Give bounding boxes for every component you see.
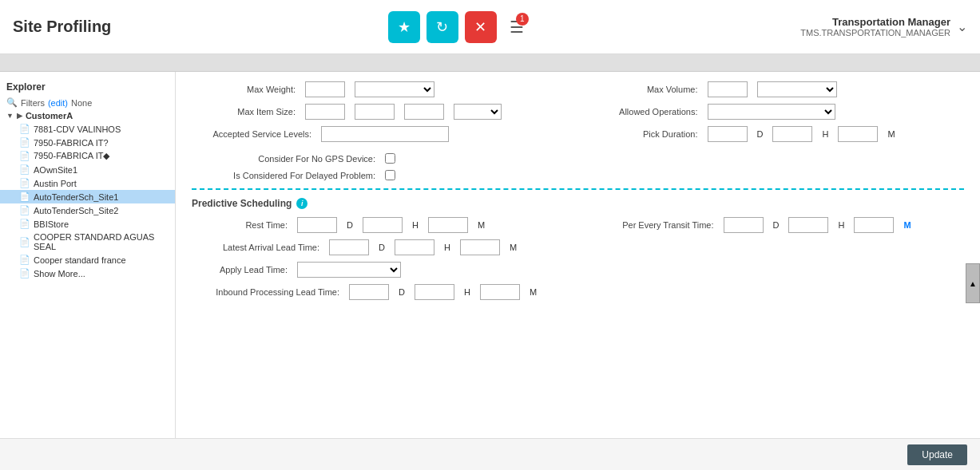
rest-time-m-input[interactable] (428, 217, 468, 233)
user-section: Transportation Manager TMS.TRANSPORTATIO… (800, 16, 967, 38)
sidebar-item-cooper-aguas[interactable]: 📄 COOPER STANDARD AGUAS SEAL (0, 231, 175, 253)
pick-duration-m-input[interactable] (838, 126, 878, 142)
doc-icon: 📄 (19, 237, 30, 247)
pick-duration-h-input[interactable] (772, 126, 812, 142)
latest-arrival-m-input[interactable] (460, 239, 500, 255)
pick-duration-d-input[interactable] (708, 126, 748, 142)
expand-icon2: ▶ (17, 112, 22, 120)
inbound-m-input[interactable] (480, 284, 520, 300)
accepted-service-levels-input[interactable] (321, 126, 449, 142)
inbound-m-label: M (530, 287, 537, 297)
rest-time-d-input[interactable] (297, 217, 337, 233)
latest-arrival-d-input[interactable] (329, 239, 369, 255)
max-volume-input[interactable] (708, 81, 748, 97)
user-chevron-button[interactable]: ⌄ (957, 19, 967, 34)
sidebar-item-show-more[interactable]: 📄 Show More... (0, 267, 175, 280)
doc-icon: 📄 (19, 219, 30, 229)
sidebar-item-4[interactable]: 📄 AOwnSite1 (0, 163, 175, 176)
max-volume-label: Max Volume: (594, 85, 698, 94)
is-considered-delayed-checkbox[interactable] (385, 170, 395, 180)
sidebar-item-1[interactable]: 📄 7881-CDV VALINHOS (0, 122, 175, 136)
per-transit-row: Per Every Transit Time: D H M (594, 217, 965, 233)
search-icon: 🔍 (6, 97, 18, 108)
customer-group[interactable]: ▼ ▶ CustomerA (0, 109, 175, 122)
filters-edit-link[interactable]: (edit) (48, 98, 68, 108)
left-column: Max Weight: Max Item Size: (192, 81, 562, 148)
doc-icon: 📄 (19, 164, 30, 175)
accepted-service-levels-row: Accepted Service Levels: (192, 126, 562, 142)
user-info: Transportation Manager TMS.TRANSPORTATIO… (800, 16, 950, 38)
section-divider (192, 188, 964, 190)
sidebar-item-label: BBIStore (34, 219, 69, 229)
sidebar-item-autotender2[interactable]: 📄 AutoTenderSch_Site2 (0, 203, 175, 217)
refresh-button[interactable]: ↻ (427, 11, 458, 43)
consider-no-gps-label: Consider For No GPS Device: (192, 154, 375, 164)
predictive-form-section: Rest Time: D H M Latest Arrival Lead Tim… (192, 217, 964, 306)
checkboxes-section: Consider For No GPS Device: Is Considere… (192, 153, 964, 180)
transit-h-input[interactable] (788, 217, 828, 233)
max-item-size-label: Max Item Size: (192, 107, 296, 117)
expand-icon: ▼ (6, 112, 14, 120)
max-item-size-unit-select[interactable] (454, 104, 502, 120)
inbound-processing-row: Inbound Processing Lead Time: D H M (192, 284, 562, 300)
apply-lead-time-select[interactable] (297, 262, 401, 278)
sidebar-item-label: Cooper standard france (34, 255, 126, 265)
inbound-processing-label: Inbound Processing Lead Time: (192, 287, 339, 297)
max-item-size-row: Max Item Size: (192, 104, 562, 120)
latest-arrival-label: Latest Arrival Lead Time: (192, 243, 319, 252)
allowed-operations-row: Allowed Operations: (594, 104, 965, 120)
max-volume-unit-select[interactable] (757, 81, 837, 97)
max-item-size-input3[interactable] (404, 104, 444, 120)
update-button[interactable]: Update (907, 444, 967, 465)
doc-icon: 📄 (19, 151, 30, 161)
pick-h-label: H (822, 129, 828, 139)
user-role: TMS.TRANSPORTATION_MANAGER (800, 28, 950, 38)
sidebar-item-2[interactable]: 📄 7950-FABRICA IT? (0, 136, 175, 149)
is-considered-delayed-label: Is Considered For Delayed Problem: (192, 171, 375, 180)
max-weight-unit-select[interactable] (355, 81, 434, 97)
customer-label: CustomerA (26, 111, 73, 120)
rest-d-label: D (347, 220, 353, 230)
max-volume-row: Max Volume: (594, 81, 965, 97)
right-column: Max Volume: Allowed Operations: Pick Dur… (594, 81, 965, 148)
rest-time-h-input[interactable] (363, 217, 403, 233)
scroll-up-button[interactable]: ▲ (966, 263, 980, 303)
sidebar-item-label: Austin Port (34, 179, 77, 188)
pick-duration-row: Pick Duration: D H M (594, 126, 965, 142)
transit-h-label: H (838, 220, 844, 230)
consider-no-gps-checkbox[interactable] (385, 153, 395, 164)
accepted-service-levels-label: Accepted Service Levels: (192, 129, 311, 139)
explorer-title: Explorer (0, 78, 175, 96)
notification-badge: 1 (516, 13, 529, 26)
max-weight-input[interactable] (305, 81, 345, 97)
consider-no-gps-row: Consider For No GPS Device: (192, 153, 964, 164)
apply-lead-time-row: Apply Lead Time: (192, 262, 562, 278)
sidebar-item-autotender1[interactable]: 📄 AutoTenderSch_Site1 (0, 190, 175, 203)
rest-time-row: Rest Time: D H M (192, 217, 562, 233)
inbound-h-input[interactable] (415, 284, 454, 300)
filters-label: Filters (21, 98, 45, 108)
star-button[interactable]: ★ (388, 11, 420, 43)
close-button[interactable]: ✕ (465, 11, 497, 43)
max-item-size-input2[interactable] (355, 104, 395, 120)
sidebar-item-label: 7950-FABRICA IT? (34, 138, 109, 148)
pick-duration-label: Pick Duration: (594, 129, 698, 139)
allowed-operations-select[interactable] (708, 104, 835, 120)
rest-time-label: Rest Time: (192, 220, 288, 230)
info-icon[interactable]: i (296, 198, 307, 209)
transit-m-input[interactable] (854, 217, 894, 233)
transit-d-input[interactable] (724, 217, 764, 233)
inbound-d-input[interactable] (349, 284, 389, 300)
arrival-d-label: D (379, 243, 385, 252)
doc-icon: 📄 (19, 192, 30, 202)
latest-arrival-h-input[interactable] (395, 239, 434, 255)
doc-icon: 📄 (19, 268, 30, 278)
pick-d-label: D (757, 129, 764, 139)
page-title: Site Profiling (13, 18, 111, 36)
sidebar-item-austin-port[interactable]: 📄 Austin Port (0, 176, 175, 190)
sidebar-item-bbistore[interactable]: 📄 BBIStore (0, 217, 175, 231)
predictive-scheduling-label: Predictive Scheduling (192, 198, 292, 209)
sidebar-item-cooper-france[interactable]: 📄 Cooper standard france (0, 253, 175, 267)
sidebar-item-3[interactable]: 📄 7950-FABRICA IT◆ (0, 149, 175, 163)
max-item-size-input1[interactable] (305, 104, 345, 120)
